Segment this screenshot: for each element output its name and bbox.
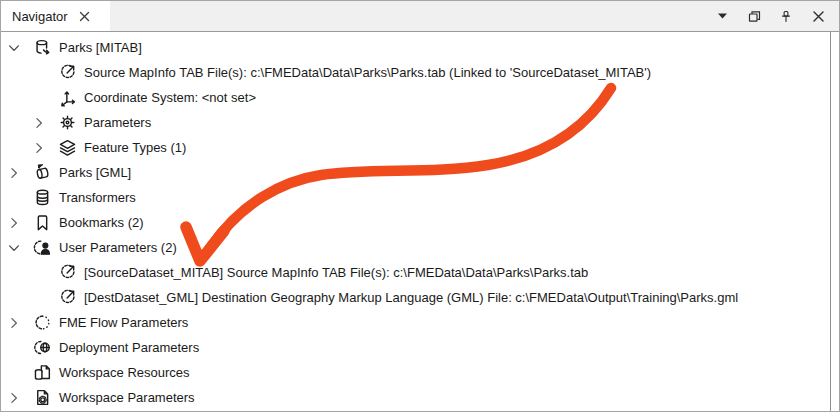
tree-item-label: User Parameters (2) <box>59 240 177 255</box>
tree-item[interactable]: [DestDataset_GML] Destination Geography … <box>1 285 830 310</box>
chevron-spacer <box>32 88 56 108</box>
chevron-down-icon[interactable] <box>7 38 31 58</box>
chevron-spacer <box>7 363 31 383</box>
database-page-icon <box>31 363 53 383</box>
chevron-right-icon[interactable] <box>7 213 31 233</box>
chevron-right-icon[interactable] <box>7 163 31 183</box>
tree-item-label: Feature Types (1) <box>84 140 186 155</box>
chevron-right-icon[interactable] <box>32 113 56 133</box>
tree-item-label: Transformers <box>59 190 136 205</box>
tree-item-label: Parks [MITAB] <box>59 40 142 55</box>
tab-navigator[interactable]: Navigator <box>1 1 110 31</box>
tree-item-label: Workspace Resources <box>59 365 190 380</box>
tab-close-icon[interactable] <box>77 8 93 24</box>
tree-item-label: Workspace Parameters <box>59 390 195 405</box>
gear-icon <box>56 113 78 133</box>
chevron-spacer <box>32 263 56 283</box>
tree-item-label: Bookmarks (2) <box>59 215 144 230</box>
tree-item[interactable]: Bookmarks (2) <box>1 210 830 235</box>
reader-dataset-icon <box>31 38 53 58</box>
chevron-down-icon[interactable] <box>7 238 31 258</box>
tree-item[interactable]: Workspace Parameters <box>1 385 830 410</box>
close-icon <box>812 10 825 23</box>
pin-button[interactable] <box>777 7 795 25</box>
tab-title: Navigator <box>12 9 68 24</box>
tree-item[interactable]: Parameters <box>1 110 830 135</box>
close-button[interactable] <box>809 7 827 25</box>
tree-item-label: FME Flow Parameters <box>59 315 188 330</box>
navigator-tree: Parks [MITAB] Source MapInfo TAB File(s)… <box>1 32 831 411</box>
coordinate-system-icon <box>56 88 78 108</box>
tree-item[interactable]: Workspace Resources <box>1 360 830 385</box>
tree-item[interactable]: Source MapInfo TAB File(s): c:\FMEData\D… <box>1 60 830 85</box>
gear-globe-icon <box>31 338 53 358</box>
chevron-right-icon[interactable] <box>7 388 31 408</box>
tree-item[interactable]: Coordinate System: <not set> <box>1 85 830 110</box>
tree-item[interactable]: [SourceDataset_MITAB] Source MapInfo TAB… <box>1 260 830 285</box>
chevron-spacer <box>32 63 56 83</box>
chevron-spacer <box>7 338 31 358</box>
user-gear-icon <box>31 238 53 258</box>
tree-item[interactable]: Transformers <box>1 185 830 210</box>
float-window-icon <box>747 9 762 24</box>
layers-icon <box>56 138 78 158</box>
tree-item-label: Source MapInfo TAB File(s): c:\FMEData\D… <box>84 65 651 80</box>
tree-item-label: Deployment Parameters <box>59 340 199 355</box>
linked-parameter-icon <box>56 263 78 283</box>
tree-item-label: Coordinate System: <not set> <box>84 90 256 105</box>
tree-item-label: [DestDataset_GML] Destination Geography … <box>84 290 738 305</box>
linked-parameter-icon <box>56 288 78 308</box>
panel-tab-bar: Navigator <box>1 1 839 32</box>
chevron-dropdown-icon <box>717 12 728 20</box>
database-stack-icon <box>31 188 53 208</box>
chevron-right-icon[interactable] <box>7 313 31 333</box>
tree-item[interactable]: Feature Types (1) <box>1 135 830 160</box>
titlebar-buttons <box>713 1 839 31</box>
tree-item[interactable]: Parks [MITAB] <box>1 35 830 60</box>
bookmark-icon <box>31 213 53 233</box>
writer-dataset-icon <box>31 163 53 183</box>
float-button[interactable] <box>745 7 763 25</box>
tree-item[interactable]: User Parameters (2) <box>1 235 830 260</box>
chevron-spacer <box>7 188 31 208</box>
chevron-spacer <box>32 288 56 308</box>
tree-item-label: Parks [GML] <box>59 165 131 180</box>
dock-menu-button[interactable] <box>713 7 731 25</box>
page-gear-icon <box>31 388 53 408</box>
tree-item[interactable]: Deployment Parameters <box>1 335 830 360</box>
pin-icon <box>779 9 793 24</box>
dashed-gear-icon <box>31 313 53 333</box>
tree-item[interactable]: FME Flow Parameters <box>1 310 830 335</box>
tree-item-label: [SourceDataset_MITAB] Source MapInfo TAB… <box>84 265 588 280</box>
linked-parameter-icon <box>56 63 78 83</box>
tree-item-label: Parameters <box>84 115 151 130</box>
chevron-right-icon[interactable] <box>32 138 56 158</box>
navigator-panel: Navigator Par <box>0 0 840 412</box>
tree-item[interactable]: Parks [GML] <box>1 160 830 185</box>
